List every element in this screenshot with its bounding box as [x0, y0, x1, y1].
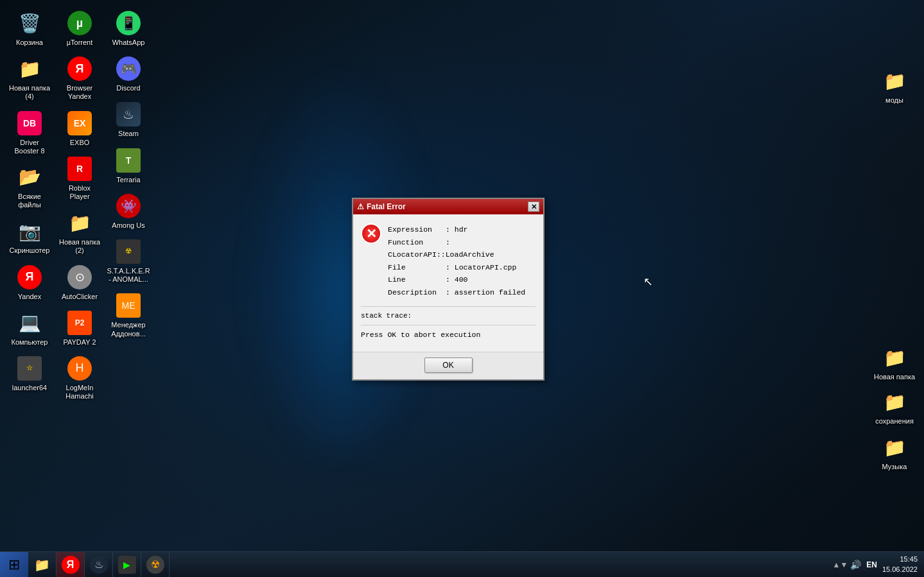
clock: 15:45 15.06.2022: [882, 555, 918, 574]
volume-icon: 🔊: [850, 560, 861, 570]
system-icons: ▲▼ 🔊: [833, 560, 862, 570]
clock-date: 15.06.2022: [882, 565, 918, 574]
file-value: : LocatorAPI.cpp: [446, 263, 516, 271]
taskbar-yandex[interactable]: Я: [57, 552, 85, 578]
language-indicator: EN: [866, 560, 877, 569]
dialog-footer: OK: [353, 352, 543, 379]
dialog-overlay: ⚠ Fatal Error ✕ ✕ Expression: hdr Functi…: [0, 0, 924, 577]
error-icon: ✕: [361, 223, 381, 244]
dialog-content-area: ✕ Expression: hdr Function: CLocatorAPI:…: [361, 223, 536, 298]
taskbar-explorer[interactable]: 📁: [28, 552, 57, 578]
taskbar-steam[interactable]: ♨: [85, 552, 113, 578]
ok-button[interactable]: OK: [424, 357, 473, 373]
taskbar-system-tray: ▲▼ 🔊 EN 15:45 15.06.2022: [826, 552, 925, 578]
stack-trace-label: stack trace:: [361, 312, 536, 320]
function-label: Function: [388, 236, 446, 249]
clock-time: 15:45: [882, 555, 918, 564]
dialog-divider-2: [361, 325, 536, 325]
dialog-close-button[interactable]: ✕: [528, 202, 539, 212]
expression-value: : hdr: [446, 225, 468, 234]
dialog-error-details: Expression: hdr Function: CLocatorAPI::L…: [388, 223, 536, 298]
expression-label: Expression: [388, 223, 446, 236]
file-label: File: [388, 261, 446, 274]
taskbar: ⊞ 📁 Я ♨ ▶ ☢ ▲▼ 🔊 EN 15:45 15.06.2022: [0, 551, 924, 577]
network-icon: ▲▼: [833, 560, 848, 569]
dialog-titlebar: ⚠ Fatal Error ✕: [353, 199, 543, 214]
dialog-title-text: Fatal Error: [367, 202, 406, 211]
taskbar-nuclear[interactable]: ☢: [141, 552, 170, 578]
start-button[interactable]: ⊞: [0, 552, 28, 578]
taskbar-cmd[interactable]: ▶: [113, 552, 141, 578]
description-value: : assertion failed: [446, 288, 525, 297]
dialog-divider-1: [361, 306, 536, 307]
fatal-error-icon: ⚠: [357, 202, 364, 211]
line-label: Line: [388, 273, 446, 286]
dialog-body: ✕ Expression: hdr Function: CLocatorAPI:…: [353, 214, 543, 352]
description-label: Description: [388, 286, 446, 299]
dialog-title-area: ⚠ Fatal Error: [357, 202, 406, 211]
fatal-error-dialog: ⚠ Fatal Error ✕ ✕ Expression: hdr Functi…: [352, 198, 545, 381]
taskbar-icons: 📁 Я ♨ ▶ ☢: [28, 552, 826, 578]
line-value: : 400: [446, 275, 468, 284]
press-ok-text: Press OK to abort execution: [361, 331, 536, 339]
